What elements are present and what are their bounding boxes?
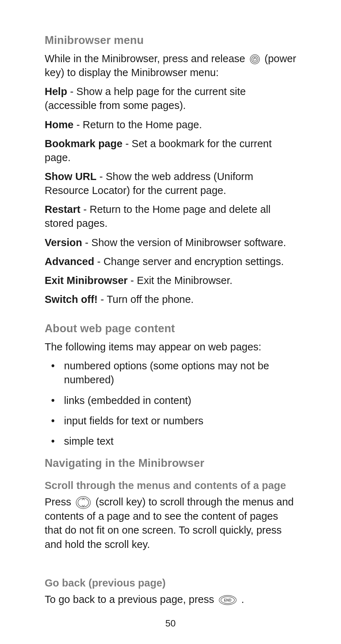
scroll-paragraph: Press (scroll key) to scroll through the… [45, 495, 296, 551]
menu-item-desc: - Show the version of Minibrowser softwa… [82, 237, 286, 248]
menu-item-label: Exit Minibrowser [45, 275, 128, 286]
menu-item-desc: - Exit the Minibrowser. [128, 275, 232, 286]
list-item: links (embedded in content) [45, 394, 296, 408]
menu-item-version: Version - Show the version of Minibrowse… [45, 236, 296, 250]
menu-item-label: Restart [45, 204, 80, 215]
menu-item-label: Version [45, 237, 82, 248]
scroll-text-before: Press [45, 496, 74, 508]
menu-item-label: Switch off! [45, 294, 98, 305]
menu-item-label: Advanced [45, 256, 94, 267]
menu-item-restart: Restart - Return to the Home page and de… [45, 203, 296, 230]
menu-item-show-url: Show URL - Show the web address (Uniform… [45, 170, 296, 198]
menu-item-label: Bookmark page [45, 138, 123, 149]
menu-item-label: Help [45, 86, 67, 97]
subheading-go-back: Go back (previous page) [45, 577, 296, 589]
menu-item-desc: - Turn off the phone. [98, 294, 194, 305]
power-key-icon [249, 54, 260, 65]
svg-point-5 [78, 498, 89, 507]
menu-item-bookmark: Bookmark page - Set a bookmark for the c… [45, 137, 296, 165]
heading-about-content: About web page content [45, 322, 296, 335]
go-back-text-before: To go back to a previous page, press [45, 594, 217, 605]
svg-text:END: END [224, 598, 231, 602]
list-item: numbered options (some options may not b… [45, 359, 296, 387]
menu-item-desc: - Change server and encryption settings. [94, 256, 284, 267]
about-bullets: numbered options (some options may not b… [45, 359, 296, 448]
go-back-paragraph: To go back to a previous page, press END… [45, 593, 296, 606]
menu-item-desc: - Show a help page for the current site … [45, 86, 246, 111]
end-key-icon: END [218, 595, 237, 605]
manual-page: Minibrowser menu While in the Minibrowse… [0, 0, 341, 644]
about-intro: The following items may appear on web pa… [45, 340, 296, 354]
menu-item-label: Home [45, 119, 74, 130]
page-number: 50 [0, 618, 341, 629]
list-item: simple text [45, 434, 296, 448]
menu-item-switch-off: Switch off! - Turn off the phone. [45, 293, 296, 306]
intro-minibrowser-menu: While in the Minibrowser, press and rele… [45, 52, 296, 80]
subheading-scroll: Scroll through the menus and contents of… [45, 480, 296, 491]
menu-item-help: Help - Show a help page for the current … [45, 85, 296, 113]
menu-item-label: Show URL [45, 171, 97, 182]
menu-item-advanced: Advanced - Change server and encryption … [45, 255, 296, 269]
heading-navigating: Navigating in the Minibrowser [45, 457, 296, 470]
menu-item-desc: - Return to the Home page. [74, 119, 202, 130]
scroll-key-icon [75, 496, 91, 509]
go-back-text-after: . [241, 594, 244, 605]
intro-text-before: While in the Minibrowser, press and rele… [45, 53, 248, 64]
list-item: input fields for text or numbers [45, 414, 296, 428]
menu-item-exit: Exit Minibrowser - Exit the Minibrowser. [45, 274, 296, 288]
menu-item-home: Home - Return to the Home page. [45, 118, 296, 132]
heading-minibrowser-menu: Minibrowser menu [45, 34, 296, 47]
